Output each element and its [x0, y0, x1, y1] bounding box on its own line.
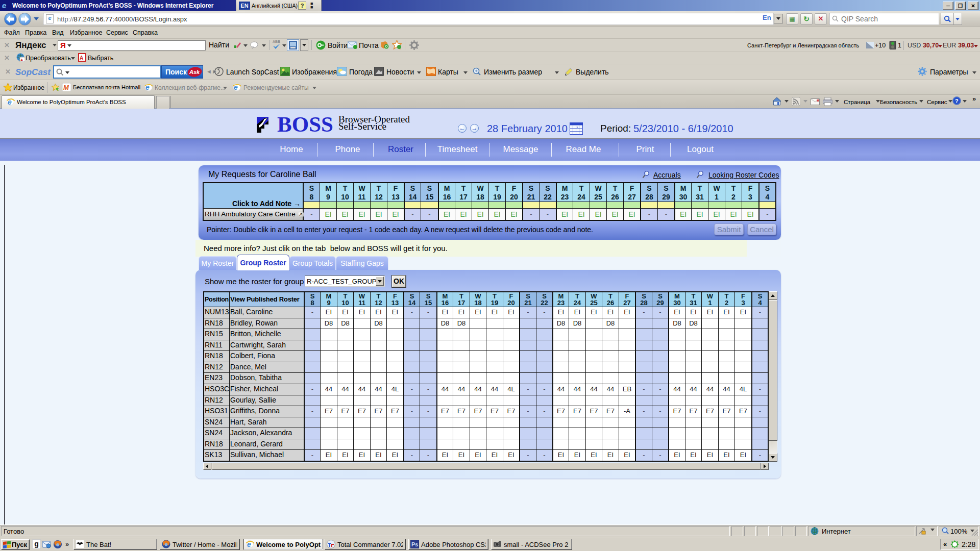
svg-text:x: x: [577, 126, 578, 129]
svg-text:?: ?: [955, 98, 959, 104]
svg-text:Ask: Ask: [189, 69, 200, 75]
svg-text:A: A: [80, 55, 83, 61]
svg-text:A: A: [20, 58, 23, 62]
svg-text:Ps: Ps: [411, 541, 418, 547]
svg-text:M: M: [63, 84, 69, 91]
